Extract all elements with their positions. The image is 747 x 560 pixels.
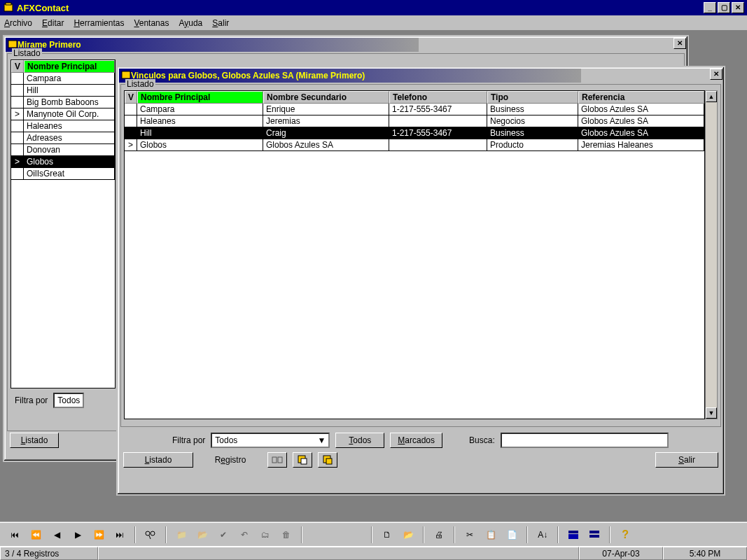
menu-archivo-label: rchivo [10, 18, 32, 28]
help-icon[interactable]: ? [616, 526, 634, 544]
table-row[interactable]: Haleanes [11, 120, 115, 132]
svg-rect-15 [589, 531, 599, 533]
win2-marcados-button[interactable]: Marcados [390, 433, 442, 448]
table-row[interactable]: OilIsGreat [11, 168, 115, 180]
table-row[interactable]: Donovan [11, 144, 115, 156]
table-row[interactable]: Hill [11, 85, 115, 97]
win1-close-button[interactable]: ✕ [673, 38, 686, 49]
nav-last-icon[interactable]: ⏭ [111, 526, 129, 544]
table-row[interactable]: HillCraig1-217-555-3467BusinessGlobos Az… [125, 127, 704, 139]
win2-col-v[interactable]: V [125, 91, 137, 104]
svg-rect-16 [589, 535, 599, 538]
status-date: 07-Apr-03 [579, 547, 663, 560]
menu-ayuda[interactable]: Ayuda [179, 18, 202, 28]
close-button[interactable]: ✕ [732, 2, 744, 13]
table-row[interactable]: >Globos [11, 156, 115, 168]
window-vinculos: Vinculos para Globos, Globos Azules SA (… [116, 66, 725, 496]
win2-listado-label: istado [149, 455, 172, 465]
win2-todos-button[interactable]: Todos [335, 433, 384, 448]
win1-listado-label: istado [25, 435, 48, 445]
open-icon[interactable]: 📂 [399, 526, 417, 544]
scroll-down-icon[interactable]: ▼ [706, 407, 717, 419]
win1-filtra-select[interactable]: Todos [53, 393, 84, 408]
win1-listado-button[interactable]: Listado [10, 433, 59, 448]
find-icon[interactable] [141, 526, 160, 544]
menu-editar[interactable]: Editar [42, 18, 64, 28]
win2-col-nombre[interactable]: Nombre Principal [137, 91, 263, 104]
win2-tool3-button[interactable] [318, 452, 337, 468]
table-row[interactable]: Campara [11, 73, 115, 85]
tool-undo-icon[interactable]: ↶ [235, 526, 253, 544]
win2-marcados-label: arcados [405, 435, 435, 445]
table-row[interactable]: Big Bomb Baboons [11, 97, 115, 108]
win2-registro-button[interactable]: Registro [199, 453, 262, 467]
svg-rect-2 [8, 41, 17, 48]
win1-col-v[interactable]: V [11, 60, 24, 73]
win2-listado-button[interactable]: Listado [123, 452, 193, 468]
statusbar: 3 / 4 Registros 07-Apr-03 5:40 PM [0, 546, 747, 560]
table-row[interactable]: Adreases [11, 132, 115, 144]
svg-line-12 [149, 536, 151, 539]
win2-col-sec[interactable]: Nombre Secundario [263, 91, 389, 104]
win2-tool1-button[interactable] [267, 452, 287, 468]
nav-prevpage-icon[interactable]: ⏪ [27, 526, 45, 544]
minimize-button[interactable]: _ [704, 2, 716, 13]
cut-icon[interactable]: ✂ [461, 526, 479, 544]
status-time: 5:40 PM [663, 547, 747, 560]
nav-prev-icon[interactable]: ◀ [48, 526, 66, 544]
tool-folder1-icon[interactable]: 📁 [172, 526, 190, 544]
status-records: 3 / 4 Registros [0, 547, 98, 560]
copy-icon[interactable]: 📋 [482, 526, 500, 544]
new-icon[interactable]: 🗋 [378, 526, 396, 544]
win2-scrollbar[interactable]: ▲ ▼ [705, 90, 718, 419]
menu-editar-label: ditar [48, 18, 64, 28]
table-row[interactable]: HaleanesJeremiasNegociosGlobos Azules SA [125, 115, 704, 127]
scroll-up-icon[interactable]: ▲ [706, 91, 717, 102]
paste-icon[interactable]: 📄 [503, 526, 521, 544]
svg-point-10 [146, 531, 150, 536]
menu-archivo[interactable]: Archivo [4, 18, 32, 28]
status-blank [98, 547, 579, 560]
print-icon[interactable]: 🖨 [430, 526, 448, 544]
menu-ventanas[interactable]: Ventanas [134, 18, 169, 28]
svg-rect-3 [122, 71, 130, 78]
win1-titlebar: Mirame Primero [6, 38, 419, 52]
menu-herramientas[interactable]: Herramientas [74, 18, 124, 28]
win2-close-button[interactable]: ✕ [710, 69, 722, 80]
win2-col-ref[interactable]: Referencia [578, 91, 704, 104]
win1-filtra-label: Filtra por [15, 396, 48, 405]
table-row[interactable]: >GlobosGlobos Azules SAProductoJeremias … [125, 139, 704, 151]
nav-next-icon[interactable]: ▶ [69, 526, 87, 544]
table-row[interactable]: CamparaEnrique1-217-555-3467BusinessGlob… [125, 104, 704, 115]
win2-registro-label: gistro [225, 455, 246, 465]
app-icon [3, 2, 14, 13]
nav-first-icon[interactable]: ⏮ [6, 526, 24, 544]
win2-salir-button[interactable]: Salir [655, 452, 718, 468]
menubar: Archivo Editar Herramientas Ventanas Ayu… [0, 15, 747, 31]
win2-tool2-button[interactable] [293, 452, 312, 468]
window-tile-icon[interactable] [585, 526, 603, 544]
sort-icon[interactable]: A↓ [533, 526, 552, 544]
menu-herramientas-label: erramientas [80, 18, 124, 28]
nav-nextpage-icon[interactable]: ⏩ [90, 526, 108, 544]
maximize-button[interactable]: ▢ [718, 2, 730, 13]
table-row[interactable]: >Manynote Oil Corp. [11, 108, 115, 120]
win2-salir-label: alir [684, 455, 695, 465]
tool-folder2-icon[interactable]: 📂 [193, 526, 211, 544]
win2-busca-input[interactable] [501, 433, 669, 448]
tool-delete-icon[interactable]: 🗑 [277, 526, 295, 544]
tool-check-icon[interactable]: ✔ [214, 526, 232, 544]
window-cascade-icon[interactable] [564, 526, 582, 544]
menu-salir-label: alir [218, 18, 229, 28]
win1-col-nombre[interactable]: Nombre Principal [24, 60, 115, 73]
win2-grid[interactable]: V Nombre Principal Nombre Secundario Tel… [124, 90, 705, 419]
win1-filtra-value: Todos [57, 396, 80, 405]
win2-titlebar: Vinculos para Globos, Globos Azules SA (… [119, 69, 581, 83]
win2-filtra-select[interactable]: Todos ▼ [211, 433, 330, 448]
win2-col-tipo[interactable]: Tipo [487, 91, 578, 104]
win1-grid[interactable]: V Nombre Principal CamparaHillBig Bomb B… [11, 59, 116, 388]
main-toolbar: ⏮ ⏪ ◀ ▶ ⏩ ⏭ 📁 📂 ✔ ↶ 🗂 🗑 🗋 📂 🖨 ✂ 📋 📄 A↓ ? [0, 522, 747, 546]
tool-folder3-icon[interactable]: 🗂 [256, 526, 274, 544]
win2-col-tel[interactable]: Telefono [389, 91, 487, 104]
menu-salir[interactable]: Salir [212, 18, 229, 28]
